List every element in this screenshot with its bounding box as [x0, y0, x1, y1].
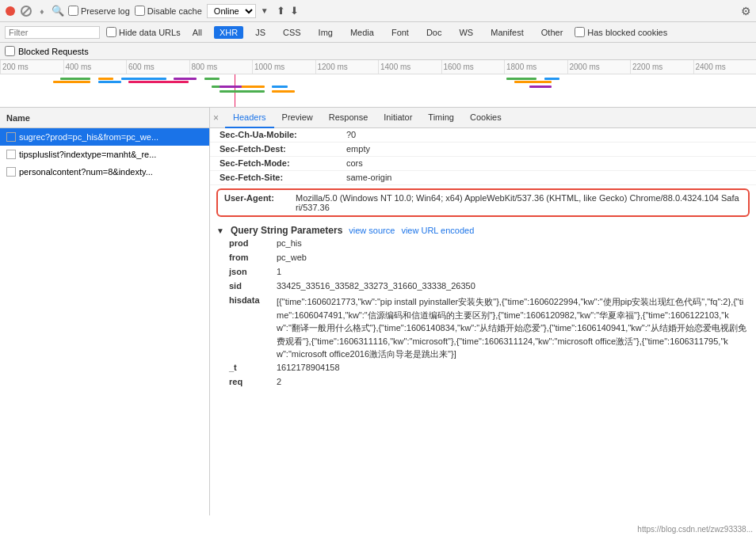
item-checkbox-2[interactable]: [6, 167, 16, 177]
blocked-requests-label: Blocked Requests: [18, 47, 89, 56]
toolbar: ⬧ 🔍 Preserve log Disable cache Online On…: [0, 0, 756, 22]
network-item-1[interactable]: tipspluslist?indextype=manht&_re...: [0, 146, 209, 163]
filter-img-btn[interactable]: Img: [313, 26, 338, 39]
filter-doc-btn[interactable]: Doc: [421, 26, 448, 39]
view-url-encoded-link[interactable]: view URL encoded: [401, 226, 474, 235]
download-icon[interactable]: ⬇: [290, 5, 299, 17]
clear-button[interactable]: [21, 6, 32, 17]
tick-3: 800 ms: [189, 60, 253, 74]
filter-xhr-btn[interactable]: XHR: [214, 26, 243, 39]
throttle-arrow: ▼: [261, 6, 269, 15]
param-row-json: json 1: [210, 266, 756, 280]
filter-media-btn[interactable]: Media: [345, 26, 380, 39]
tabs-bar: × Headers Preview Response Initiator Tim…: [210, 108, 756, 128]
tab-response[interactable]: Response: [321, 108, 376, 128]
filter-js-btn[interactable]: JS: [250, 26, 271, 39]
upload-icon[interactable]: ⬆: [277, 5, 285, 17]
param-name-sid: sid: [229, 281, 277, 294]
throttle-select[interactable]: Online: [207, 4, 256, 18]
disable-cache-checkbox[interactable]: [135, 6, 145, 16]
disable-cache-label[interactable]: Disable cache: [135, 6, 202, 16]
param-name-prod: prod: [229, 238, 277, 251]
user-agent-label: User-Agent:: [224, 193, 296, 212]
tick-4: 1000 ms: [252, 60, 315, 74]
timeline-bars: [0, 74, 756, 107]
timeline-axis: 200 ms 400 ms 600 ms 800 ms 1000 ms 1200…: [0, 60, 756, 74]
timeline: 200 ms 400 ms 600 ms 800 ms 1000 ms 1200…: [0, 60, 756, 108]
blocked-bar: Blocked Requests: [0, 43, 756, 60]
view-source-link[interactable]: view source: [349, 226, 395, 235]
tab-timing[interactable]: Timing: [420, 108, 462, 128]
tick-10: 2200 ms: [630, 60, 693, 74]
filter-css-btn[interactable]: CSS: [277, 26, 307, 39]
header-row-1: Sec-Fetch-Dest: empty: [210, 143, 756, 157]
right-panel: × Headers Preview Response Initiator Tim…: [210, 108, 756, 515]
header-value-1: empty: [346, 144, 746, 154]
param-value-t: 1612178904158: [277, 363, 746, 375]
param-value-json: 1: [277, 267, 746, 279]
param-row-t: _t 1612178904158: [210, 362, 756, 376]
section-triangle: ▼: [216, 226, 224, 235]
disable-cache-text: Disable cache: [147, 6, 202, 16]
preserve-log-text: Preserve log: [81, 6, 130, 16]
tab-close-btn[interactable]: ×: [213, 112, 219, 124]
tick-2: 600 ms: [126, 60, 189, 74]
blocked-requests-checkbox[interactable]: [5, 46, 15, 56]
param-row-req: req 2: [210, 376, 756, 390]
tab-cookies[interactable]: Cookies: [462, 108, 510, 128]
param-value-prod: pc_his: [277, 238, 746, 251]
gear-icon[interactable]: ⚙: [741, 5, 751, 17]
param-name-t: _t: [229, 363, 277, 375]
header-name-3: Sec-Fetch-Site:: [220, 173, 346, 183]
tab-headers[interactable]: Headers: [225, 108, 274, 128]
has-blocked-checkbox[interactable]: [575, 27, 585, 37]
search-icon[interactable]: 🔍: [52, 6, 63, 17]
network-item-2[interactable]: personalcontent?num=8&indexty...: [0, 163, 209, 181]
filter-other-btn[interactable]: Other: [536, 26, 569, 39]
network-item-0[interactable]: sugrec?prod=pc_his&from=pc_we...: [0, 128, 209, 146]
hide-data-urls-text: Hide data URLs: [119, 28, 181, 37]
tab-preview[interactable]: Preview: [274, 108, 321, 128]
param-name-from: from: [229, 253, 277, 265]
item-name-0: sugrec?prod=pc_his&from=pc_we...: [19, 132, 158, 142]
hide-data-urls-label[interactable]: Hide data URLs: [106, 27, 181, 37]
filter-font-btn[interactable]: Font: [386, 26, 414, 39]
param-value-req: 2: [277, 377, 746, 390]
filter-all-btn[interactable]: All: [187, 26, 208, 39]
filter-ws-btn[interactable]: WS: [453, 26, 479, 39]
hide-data-urls-checkbox[interactable]: [106, 27, 116, 37]
tick-1: 400 ms: [63, 60, 127, 74]
has-blocked-label[interactable]: Has blocked cookies: [575, 27, 667, 37]
filter-manifest-btn[interactable]: Manifest: [485, 26, 529, 39]
filter-icon[interactable]: ⬧: [36, 6, 48, 17]
user-agent-box: User-Agent: Mozilla/5.0 (Windows NT 10.0…: [216, 188, 750, 217]
preserve-log-checkbox[interactable]: [68, 6, 78, 16]
header-row-0: Sec-Ch-Ua-Mobile: ?0: [210, 128, 756, 143]
header-value-2: cors: [346, 158, 746, 169]
item-checkbox-1[interactable]: [6, 150, 16, 159]
tick-0: 200 ms: [0, 60, 63, 74]
user-agent-value: Mozilla/5.0 (Windows NT 10.0; Win64; x64…: [296, 193, 742, 212]
header-value-0: ?0: [346, 130, 746, 140]
content-area: Sec-Ch-Ua-Mobile: ?0 Sec-Fetch-Dest: emp…: [210, 128, 756, 515]
item-checkbox-0[interactable]: [6, 132, 16, 142]
param-name-req: req: [229, 377, 277, 390]
tick-6: 1400 ms: [378, 60, 441, 74]
header-name-1: Sec-Fetch-Dest:: [220, 144, 346, 154]
preserve-log-label[interactable]: Preserve log: [68, 6, 130, 16]
param-row-sid: sid 33425_33516_33582_33273_31660_33338_…: [210, 280, 756, 295]
param-name-hisdata: hisdata: [229, 295, 277, 361]
item-name-2: personalcontent?num=8&indexty...: [19, 167, 153, 177]
item-name-1: tipspluslist?indextype=manht&_re...: [19, 150, 156, 159]
query-string-section-header: ▼ Query String Parameters view source vi…: [210, 220, 756, 238]
filter-input[interactable]: [5, 26, 100, 39]
param-row-from: from pc_web: [210, 252, 756, 266]
param-name-json: json: [229, 267, 277, 279]
tick-9: 2000 ms: [567, 60, 631, 74]
record-button[interactable]: [5, 6, 16, 17]
has-blocked-text: Has blocked cookies: [587, 28, 667, 37]
query-string-title: Query String Parameters: [231, 225, 342, 236]
tab-initiator[interactable]: Initiator: [376, 108, 420, 128]
left-panel: Name sugrec?prod=pc_his&from=pc_we... ti…: [0, 108, 210, 515]
param-value-sid: 33425_33516_33582_33273_31660_33338_2635…: [277, 281, 746, 294]
